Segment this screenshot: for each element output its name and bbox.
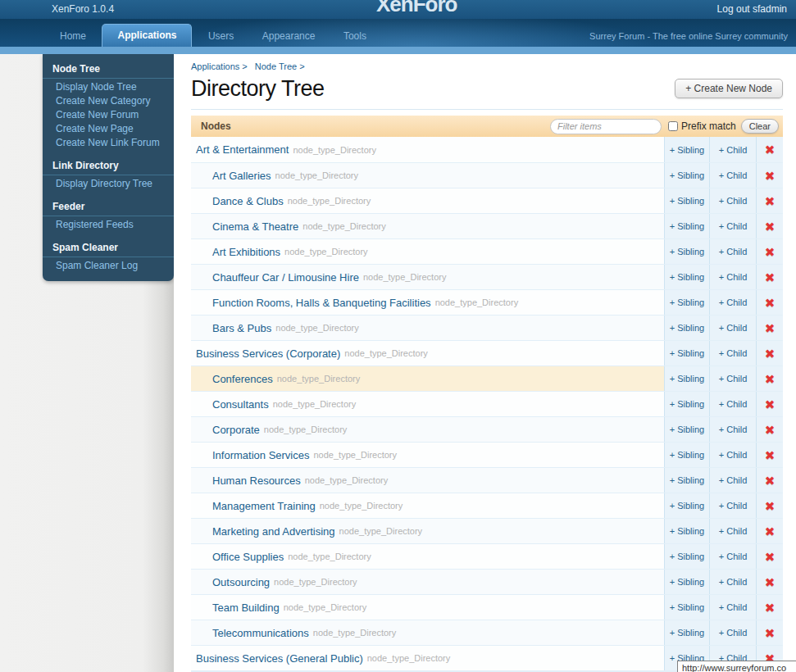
node-link[interactable]: Team Building [212,602,280,614]
add-child-link[interactable]: + Child [719,526,748,536]
add-sibling-link[interactable]: + Sibling [670,323,705,333]
node-link[interactable]: Marketing and Advertising [212,525,335,538]
add-sibling-link[interactable]: + Sibling [670,425,705,434]
add-sibling-link[interactable]: + Sibling [670,297,705,307]
delete-x-icon[interactable]: ✖ [765,602,776,614]
tab-tools[interactable]: Tools [331,25,379,47]
add-sibling-link[interactable]: + Sibling [670,196,705,206]
create-new-node-button[interactable]: + Create New Node [675,79,783,98]
tab-appearance[interactable]: Appearance [250,25,328,47]
delete-x-icon[interactable]: ✖ [765,170,776,182]
node-link[interactable]: Bars & Pubs [212,322,271,334]
add-child-link[interactable]: + Child [719,170,748,180]
add-sibling-link[interactable]: + Sibling [670,221,705,231]
delete-x-icon[interactable]: ✖ [765,246,776,258]
add-sibling-link[interactable]: + Sibling [670,450,705,460]
delete-x-icon[interactable]: ✖ [765,195,776,207]
node-link[interactable]: Chauffeur Car / Limousine Hire [212,271,359,284]
node-link[interactable]: Information Services [212,449,310,461]
node-link[interactable]: Conferences [212,373,273,385]
delete-x-icon[interactable]: ✖ [765,143,776,156]
add-sibling-link[interactable]: + Sibling [670,501,705,511]
delete-x-icon[interactable]: ✖ [765,271,776,284]
add-sibling-link[interactable]: + Sibling [670,348,705,358]
tab-users[interactable]: Users [196,25,246,47]
node-link[interactable]: Art Exhibitions [212,246,280,258]
add-child-link[interactable]: + Child [719,552,748,561]
delete-x-icon[interactable]: ✖ [765,551,776,563]
node-link[interactable]: Outsourcing [212,576,270,588]
add-sibling-link[interactable]: + Sibling [670,628,705,638]
node-link[interactable]: Consultants [212,398,269,411]
add-sibling-link[interactable]: + Sibling [670,526,705,536]
add-sibling-link[interactable]: + Sibling [670,170,705,180]
add-child-link[interactable]: + Child [719,348,748,358]
add-child-link[interactable]: + Child [719,272,748,282]
delete-x-icon[interactable]: ✖ [765,398,776,411]
filter-input[interactable] [550,119,662,134]
node-link[interactable]: Function Rooms, Halls & Banqueting Facil… [212,297,431,309]
node-link[interactable]: Office Supplies [212,551,284,563]
add-sibling-link[interactable]: + Sibling [670,475,705,485]
node-link[interactable]: Art Galleries [212,170,271,182]
delete-x-icon[interactable]: ✖ [765,322,776,334]
add-sibling-link[interactable]: + Sibling [670,247,705,257]
add-child-link[interactable]: + Child [719,247,748,257]
sidebar-item-create-new-page[interactable]: Create New Page [43,122,174,136]
delete-x-icon[interactable]: ✖ [765,500,776,512]
delete-x-icon[interactable]: ✖ [765,576,776,588]
tab-home[interactable]: Home [48,25,98,47]
node-link[interactable]: Business Services (Corporate) [196,347,340,360]
sidebar-item-spam-cleaner-log[interactable]: Spam Cleaner Log [43,259,174,273]
add-child-link[interactable]: + Child [719,425,748,434]
delete-x-icon[interactable]: ✖ [765,347,776,360]
add-child-link[interactable]: + Child [719,475,748,485]
add-child-link[interactable]: + Child [719,374,748,384]
add-sibling-link[interactable]: + Sibling [670,552,705,561]
delete-x-icon[interactable]: ✖ [765,373,776,385]
node-link[interactable]: Management Training [212,500,316,512]
add-sibling-link[interactable]: + Sibling [670,399,705,409]
node-link[interactable]: Business Services (General Public) [196,652,363,665]
add-sibling-link[interactable]: + Sibling [670,602,705,612]
add-child-link[interactable]: + Child [719,602,748,612]
delete-x-icon[interactable]: ✖ [765,627,776,639]
add-child-link[interactable]: + Child [719,628,748,638]
sidebar-item-create-new-category[interactable]: Create New Category [43,94,174,108]
add-sibling-link[interactable]: + Sibling [670,374,705,384]
node-link[interactable]: Corporate [212,424,260,436]
add-sibling-link[interactable]: + Sibling [670,272,705,282]
breadcrumb-node-tree[interactable]: Node Tree > [255,61,305,71]
prefix-match-checkbox[interactable] [668,121,678,131]
add-child-link[interactable]: + Child [719,221,748,231]
delete-x-icon[interactable]: ✖ [765,474,776,487]
breadcrumb-applications[interactable]: Applications > [191,61,248,71]
add-child-link[interactable]: + Child [719,323,748,333]
add-child-link[interactable]: + Child [719,145,748,155]
delete-x-icon[interactable]: ✖ [765,220,776,233]
add-child-link[interactable]: + Child [719,196,748,206]
add-sibling-link[interactable]: + Sibling [670,145,705,155]
node-link[interactable]: Art & Entertainment [196,143,289,156]
add-child-link[interactable]: + Child [719,297,748,307]
clear-button[interactable]: Clear [741,119,779,134]
node-link[interactable]: Cinema & Theatre [212,220,298,233]
add-child-link[interactable]: + Child [719,501,748,511]
tab-applications[interactable]: Applications [102,24,192,47]
sidebar-item-display-directory-tree[interactable]: Display Directory Tree [43,177,174,191]
sidebar-item-create-new-forum[interactable]: Create New Forum [43,108,174,122]
delete-x-icon[interactable]: ✖ [765,297,776,309]
node-link[interactable]: Human Resources [212,474,301,487]
logout-link[interactable]: Log out sfadmin [717,0,787,19]
node-link[interactable]: Telecommunications [212,627,309,639]
delete-x-icon[interactable]: ✖ [765,525,776,538]
sidebar-item-registered-feeds[interactable]: Registered Feeds [43,218,174,232]
add-sibling-link[interactable]: + Sibling [670,577,705,587]
sidebar-item-display-node-tree[interactable]: Display Node Tree [43,80,174,94]
add-child-link[interactable]: + Child [719,450,748,460]
node-link[interactable]: Dance & Clubs [212,195,284,207]
sidebar-item-create-new-link-forum[interactable]: Create New Link Forum [43,136,174,150]
add-child-link[interactable]: + Child [719,577,748,587]
add-child-link[interactable]: + Child [719,399,748,409]
delete-x-icon[interactable]: ✖ [765,449,776,461]
